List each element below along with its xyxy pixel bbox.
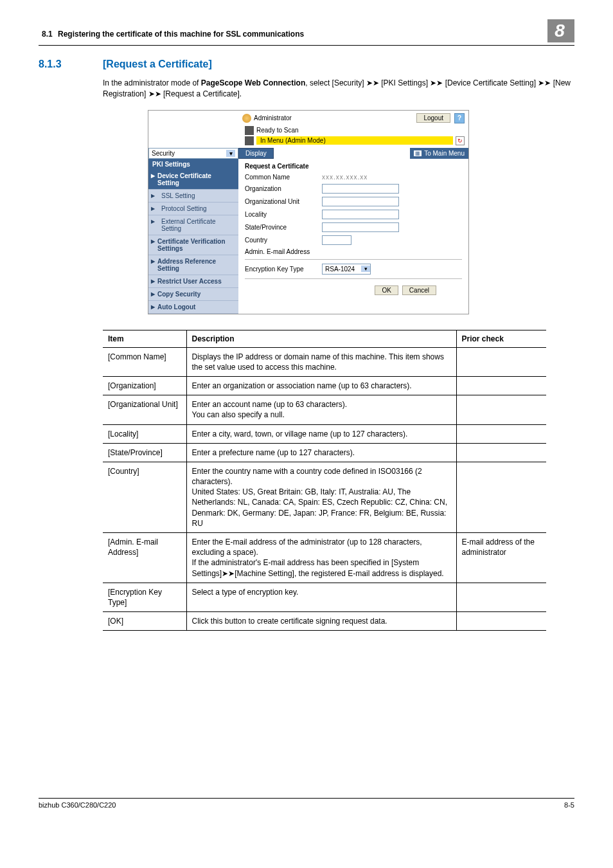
th-prior: Prior check <box>456 330 546 347</box>
val-common-name: xxx.xx.xxx.xx <box>322 174 368 181</box>
cell-description: Enter a city, ward, town, or village nam… <box>186 424 456 443</box>
nav-restrict-user[interactable]: ▶Restrict User Access <box>148 275 238 288</box>
cell-prior <box>456 395 546 424</box>
cell-item: [Organizational Unit] <box>103 395 186 424</box>
cell-item: [Admin. E-mail Address] <box>103 533 186 583</box>
th-description: Description <box>186 330 456 347</box>
lbl-common-name: Common Name <box>245 174 322 181</box>
menu-icon: ▦ <box>414 150 422 156</box>
cell-prior <box>456 462 546 532</box>
lbl-state: State/Province <box>245 224 322 231</box>
description-table: Item Description Prior check [Common Nam… <box>103 330 546 631</box>
screenshot-panel: Administrator Logout ? Ready to Scan In … <box>148 110 469 314</box>
lbl-encryption-key: Encryption Key Type <box>245 266 322 273</box>
table-row: [Admin. E-mail Address]Enter the E-mail … <box>103 533 546 583</box>
cell-item: [OK] <box>103 612 186 631</box>
table-row: [Common Name]Displays the IP address or … <box>103 347 546 376</box>
table-row: [OK]Click this button to create certific… <box>103 612 546 631</box>
cell-prior <box>456 612 546 631</box>
cell-item: [Common Name] <box>103 347 186 376</box>
table-row: [Organizational Unit]Enter an account na… <box>103 395 546 424</box>
input-state[interactable] <box>322 222 399 232</box>
admin-icon <box>242 114 251 123</box>
table-row: [Country]Enter the country name with a c… <box>103 462 546 532</box>
nav-copy-security[interactable]: ▶Copy Security <box>148 288 238 301</box>
cell-item: [Encryption Key Type] <box>103 583 186 611</box>
input-locality[interactable] <box>322 210 399 219</box>
chevron-down-icon: ▾ <box>361 266 370 272</box>
nav-auto-logout[interactable]: ▶Auto Logout <box>148 301 238 314</box>
intro-paragraph: In the administrator mode of PageScope W… <box>103 78 574 100</box>
input-org-unit[interactable] <box>322 197 399 206</box>
lbl-admin-email: Admin. E-mail Address <box>245 248 322 255</box>
cell-description: Enter the country name with a country co… <box>186 462 456 532</box>
input-organization[interactable] <box>322 184 399 194</box>
printer-icon <box>245 136 254 145</box>
cell-item: [Country] <box>103 462 186 532</box>
printer-icon <box>245 126 254 135</box>
table-row: [State/Province]Enter a prefecture name … <box>103 443 546 462</box>
th-item: Item <box>103 330 186 347</box>
cell-description: Click this button to create certificate … <box>186 612 456 631</box>
form-title: Request a Certificate <box>245 163 462 170</box>
cell-prior: E-mail address of the administrator <box>456 533 546 583</box>
header-title: Registering the certificate of this mach… <box>58 30 547 39</box>
section-number: 8.1.3 <box>39 59 103 70</box>
footer-page: 8-5 <box>564 801 574 809</box>
header-section-num: 8.1 <box>39 30 58 39</box>
cell-item: [Locality] <box>103 424 186 443</box>
cell-prior <box>456 443 546 462</box>
lbl-org-unit: Organizational Unit <box>245 198 322 205</box>
lbl-organization: Organization <box>245 185 322 192</box>
nav-sidebar: ▼PKI Settings ▶Device Certificate Settin… <box>148 159 238 314</box>
input-country[interactable] <box>322 235 351 245</box>
chapter-badge: 8 <box>547 19 574 42</box>
cancel-button[interactable]: Cancel <box>402 285 436 295</box>
ok-button[interactable]: OK <box>375 285 398 295</box>
display-button[interactable]: Display <box>238 148 274 159</box>
table-row: [Encryption Key Type]Select a type of en… <box>103 583 546 611</box>
nav-protocol-setting[interactable]: ▶Protocol Setting <box>148 203 238 215</box>
section-title: [Request a Certificate] <box>103 59 212 70</box>
cell-description: Enter an account name (up to 63 characte… <box>186 395 456 424</box>
cell-prior <box>456 424 546 443</box>
security-dropdown[interactable]: Security▾ <box>148 148 238 159</box>
cell-item: [State/Province] <box>103 443 186 462</box>
to-main-menu-button[interactable]: ▦To Main Menu <box>410 148 468 159</box>
nav-address-reference[interactable]: ▶Address Reference Setting <box>148 255 238 275</box>
table-row: [Locality]Enter a city, ward, town, or v… <box>103 424 546 443</box>
lbl-country: Country <box>245 237 322 244</box>
table-row: [Organization]Enter an organization or a… <box>103 376 546 395</box>
footer-model: bizhub C360/C280/C220 <box>39 801 116 809</box>
cell-description: Enter the E-mail address of the administ… <box>186 533 456 583</box>
refresh-icon[interactable]: ↻ <box>456 136 465 145</box>
select-encryption-key[interactable]: RSA-1024▾ <box>322 264 371 275</box>
cell-description: Enter an organization or association nam… <box>186 376 456 395</box>
cell-description: Select a type of encryption key. <box>186 583 456 611</box>
cell-prior <box>456 376 546 395</box>
cell-item: [Organization] <box>103 376 186 395</box>
nav-device-certificate[interactable]: ▶Device Certificate Setting <box>148 170 238 190</box>
logout-button[interactable]: Logout <box>416 113 450 123</box>
nav-external-cert[interactable]: ▶External Certificate Setting <box>148 215 238 235</box>
status-ready: Ready to Scan <box>256 127 299 134</box>
cell-prior <box>456 347 546 376</box>
mode-banner: In Menu (Admin Mode) <box>256 136 453 145</box>
cell-prior <box>456 583 546 611</box>
nav-cert-verification[interactable]: ▶Certificate Verification Settings <box>148 235 238 255</box>
cell-description: Enter a prefecture name (up to 127 chara… <box>186 443 456 462</box>
lbl-locality: Locality <box>245 211 322 218</box>
cell-description: Displays the IP address or domain name o… <box>186 347 456 376</box>
admin-label: Administrator <box>254 114 292 122</box>
help-icon[interactable]: ? <box>454 113 465 123</box>
nav-ssl-setting[interactable]: ▶SSL Setting <box>148 190 238 203</box>
chevron-down-icon: ▾ <box>226 150 235 157</box>
nav-pki-settings[interactable]: ▼PKI Settings <box>148 159 238 170</box>
